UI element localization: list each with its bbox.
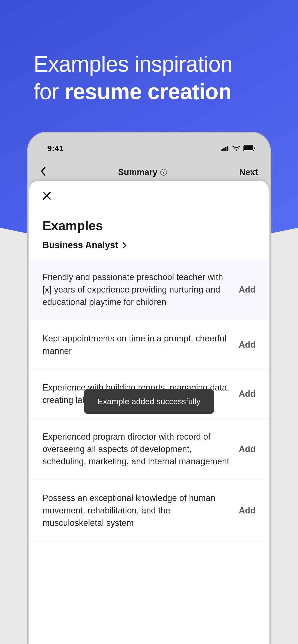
category-label: Business Analyst xyxy=(43,240,118,250)
category-selector[interactable]: Business Analyst xyxy=(43,240,255,250)
nav-title: Summary xyxy=(118,167,158,177)
svg-rect-2 xyxy=(225,147,226,151)
example-text: Kept appointments on time in a prompt, c… xyxy=(43,332,232,357)
example-item: Possess an exceptional knowledge of huma… xyxy=(29,480,269,541)
example-item: Friendly and passionate preschool teache… xyxy=(29,259,269,320)
examples-sheet: Examples Business Analyst Friendly and p… xyxy=(29,181,269,644)
back-button[interactable] xyxy=(40,167,46,178)
example-item: Experienced program director with record… xyxy=(29,418,269,480)
add-button[interactable]: Add xyxy=(239,284,255,295)
status-bar: 9:41 xyxy=(28,133,270,159)
svg-rect-1 xyxy=(223,148,225,151)
nav-title-wrap: Summary i xyxy=(118,167,167,177)
toast-notification: Example added successfully xyxy=(84,389,214,414)
add-button[interactable]: Add xyxy=(239,340,255,350)
add-button[interactable]: Add xyxy=(239,389,255,399)
phone-frame: 9:41 xyxy=(27,132,271,644)
hero-line2-prefix: for xyxy=(34,79,65,104)
sheet-title: Examples xyxy=(43,218,255,233)
svg-rect-5 xyxy=(244,146,253,150)
example-text: Experienced program director with record… xyxy=(43,430,232,468)
chevron-left-icon xyxy=(40,167,46,176)
chevron-right-icon xyxy=(122,242,127,249)
sheet-header: Examples Business Analyst xyxy=(29,181,269,259)
example-item: Kept appointments on time in a prompt, c… xyxy=(29,320,269,370)
add-button[interactable]: Add xyxy=(239,444,255,454)
wifi-icon xyxy=(232,146,240,151)
svg-rect-6 xyxy=(254,147,255,149)
hero-title: Examples inspiration for resume creation xyxy=(34,50,264,106)
battery-icon xyxy=(243,146,255,151)
svg-rect-3 xyxy=(227,146,228,151)
info-icon[interactable]: i xyxy=(160,169,167,176)
hero-line2-bold: resume creation xyxy=(65,79,232,104)
add-button[interactable]: Add xyxy=(239,506,255,516)
signal-icon xyxy=(221,146,230,151)
nav-bar: Summary i Next xyxy=(28,159,270,178)
status-time: 9:41 xyxy=(47,144,64,153)
example-text: Friendly and passionate preschool teache… xyxy=(43,271,232,308)
hero-line1: Examples inspiration xyxy=(34,52,232,76)
svg-rect-0 xyxy=(221,149,223,151)
status-icons xyxy=(221,146,255,151)
next-button[interactable]: Next xyxy=(239,167,258,177)
example-text: Possess an exceptional knowledge of huma… xyxy=(43,492,232,529)
close-icon[interactable] xyxy=(43,192,51,200)
